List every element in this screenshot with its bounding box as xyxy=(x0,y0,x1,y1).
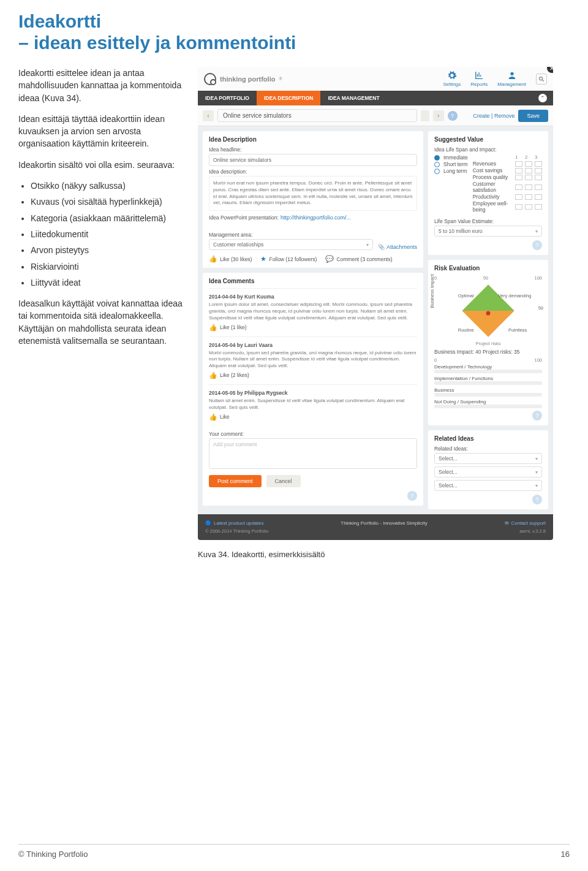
intro-p4: Ideasalkun käyttäjät voivat kannattaa id… xyxy=(18,297,187,347)
value-row[interactable]: Customer satisfation xyxy=(473,181,542,193)
radio-short-term[interactable]: Short term xyxy=(434,161,468,167)
title-line1: Ideakortti xyxy=(18,11,101,31)
page-number: 16 xyxy=(561,850,570,859)
description-text[interactable]: Morbi non erat non ipsum pharetra tempus… xyxy=(209,176,417,211)
tab-idea-management[interactable]: IDEA MANAGEMENT xyxy=(320,91,386,105)
version: aarni, v.3.2.8 xyxy=(519,528,546,534)
risk-dot xyxy=(486,311,491,315)
mgmt-area-select[interactable]: Customer relatioships xyxy=(209,239,373,250)
registered-icon: ® xyxy=(279,77,282,81)
tab-idea-portfolio[interactable]: IDEA PORTFOLIO xyxy=(198,91,257,105)
help-icon[interactable]: ? xyxy=(448,111,458,121)
search-icon xyxy=(538,76,545,82)
settings-link[interactable]: Settings xyxy=(443,70,461,87)
radio-long-term[interactable]: Long term xyxy=(434,168,468,174)
idea-description-card: Idea Description Idea headline: Online s… xyxy=(203,131,423,268)
related-ideas-card: Related Ideas Related Ideas: Select... S… xyxy=(428,430,548,509)
next-button[interactable]: › xyxy=(433,110,444,121)
ppt-link[interactable]: http://thinkingportfolio.com/... xyxy=(281,215,351,221)
related-select[interactable]: Select... xyxy=(434,466,542,477)
bullet-item: Liitedokumentit xyxy=(31,228,187,240)
help-icon[interactable]: ? xyxy=(532,495,542,504)
svg-line-1 xyxy=(542,80,544,82)
related-select[interactable]: Select... xyxy=(434,453,542,464)
value-row[interactable]: Cost savings xyxy=(473,167,542,173)
comment-like[interactable]: 👍Like (2 likes) xyxy=(209,371,417,379)
risk-bar[interactable] xyxy=(434,393,542,397)
app-footer: 🔵Latest product updates Thinking Portfol… xyxy=(198,514,553,540)
follow-button[interactable]: ★Follow (12 followers) xyxy=(260,255,317,263)
tab-idea-description[interactable]: IDEA DESCRIPTION xyxy=(257,91,320,105)
idea-description-heading: Idea Description xyxy=(209,136,417,143)
copyright: © 2006-2014 Thinking Portfolio xyxy=(205,528,268,534)
comment-button[interactable]: 💬Comment (3 comments) xyxy=(325,255,392,263)
create-remove-link[interactable]: Create | Remove xyxy=(473,113,515,119)
risk-evaluation-card: Risk Evaluation 050100 Business Impact O… xyxy=(428,260,548,425)
page-title: Ideakortti – idean esittely ja kommentoi… xyxy=(18,11,570,53)
your-comment-input[interactable]: Add your comment xyxy=(209,438,417,469)
bullet-item: Liittyvät ideat xyxy=(31,276,187,289)
app-screenshot: ✕ thinking portfolio ® Settings Reports xyxy=(198,67,553,540)
post-comment-button[interactable]: Post comment xyxy=(209,475,262,487)
figure-caption: Kuva 34. Ideakortti, esimerkkisisältö xyxy=(198,550,570,559)
risk-bar[interactable] xyxy=(434,405,542,408)
intro-p1: Ideakortti esittelee idean ja antaa mahd… xyxy=(18,67,187,104)
related-heading: Related Ideas xyxy=(434,435,542,442)
mail-icon: ✉ xyxy=(505,520,509,526)
help-icon[interactable]: ? xyxy=(532,240,542,250)
your-comment-label: Your comment: xyxy=(209,431,417,437)
thumb-up-icon: 👍 xyxy=(209,255,217,263)
help-up-icon: ⌃ xyxy=(538,94,547,102)
prev-button[interactable]: ‹ xyxy=(203,110,214,121)
risk-heading: Risk Evaluation xyxy=(434,265,542,272)
risk-chart: Business Impact Optimal Very demanding R… xyxy=(434,283,542,338)
bell-icon: 🔵 xyxy=(205,520,211,526)
management-link[interactable]: Management xyxy=(497,70,526,87)
comment-like[interactable]: 👍Like xyxy=(209,413,417,421)
comment-item: 2014-05-04 by Lauri Vaara Morbi commodo,… xyxy=(209,337,417,384)
attachments-link[interactable]: 📎 Attachments xyxy=(378,244,417,250)
support-link[interactable]: ✉Contact support xyxy=(505,520,546,526)
brand-text: thinking portfolio xyxy=(220,75,275,83)
reports-link[interactable]: Reports xyxy=(470,70,488,87)
comment-item: 2014-05-05 by Philippa Rygseck Nullam si… xyxy=(209,384,417,426)
save-button[interactable]: Save xyxy=(518,110,548,122)
related-select[interactable]: Select... xyxy=(434,480,542,491)
risk-bar[interactable] xyxy=(434,370,542,373)
left-text-column: Ideakortti esittelee idean ja antaa mahd… xyxy=(18,67,187,356)
intro-p2: Idean esittäjä täyttää ideakorttiin idea… xyxy=(18,113,187,150)
radio-immediate[interactable]: Immediate xyxy=(434,154,468,161)
dropdown-button[interactable] xyxy=(421,110,429,121)
value-row[interactable]: Productivity xyxy=(473,194,542,200)
suggested-value-heading: Suggested Value xyxy=(434,136,542,143)
headline-label: Idea headline: xyxy=(209,146,417,153)
comment-item: 2014-04-04 by Kurt Kuuma Lorem ipsum dol… xyxy=(209,288,417,336)
idea-comments-heading: Idea Comments xyxy=(209,278,417,284)
value-row[interactable]: Process quality xyxy=(473,174,542,180)
comment-like[interactable]: 👍Like (1 like) xyxy=(209,324,417,332)
tab-help[interactable]: ⌃ xyxy=(532,91,553,105)
idea-title-input[interactable]: Online service simulators xyxy=(217,109,417,122)
headline-input[interactable]: Online service simulators xyxy=(209,154,417,166)
search-button[interactable] xyxy=(536,74,547,85)
page-footer: © Thinking Portfolio 16 xyxy=(18,844,570,859)
risk-bar[interactable] xyxy=(434,381,542,385)
intro-p3: Ideakortin sisältö voi olla esim. seuraa… xyxy=(18,159,187,171)
bullet-item: Arvon pisteytys xyxy=(31,244,187,256)
bullet-item: Otsikko (näkyy salkussa) xyxy=(31,180,187,192)
cancel-comment-button[interactable]: Cancel xyxy=(266,475,301,487)
value-row[interactable]: Revenues xyxy=(473,161,542,167)
title-line2: – idean esittely ja kommentointi xyxy=(18,32,570,54)
idea-comments-card: Idea Comments 2014-04-04 by Kurt Kuuma L… xyxy=(203,273,423,505)
app-header: thinking portfolio ® Settings Reports Ma… xyxy=(198,67,553,91)
suggested-value-card: Suggested Value Idea Life Span and Impac… xyxy=(428,131,548,255)
updates-link[interactable]: 🔵Latest product updates xyxy=(205,520,263,526)
estimate-select[interactable]: 5 to 10 million euro xyxy=(434,226,542,237)
help-icon[interactable]: ? xyxy=(407,491,417,501)
like-button[interactable]: 👍Like (30 likes) xyxy=(209,255,252,263)
bullet-item: Kuvaus (voi sisältää hyperlinkkejä) xyxy=(31,196,187,208)
value-row[interactable]: Employee well-being xyxy=(473,200,542,213)
chart-icon xyxy=(474,70,484,80)
comment-icon: 💬 xyxy=(325,255,334,263)
help-icon[interactable]: ? xyxy=(532,411,542,420)
